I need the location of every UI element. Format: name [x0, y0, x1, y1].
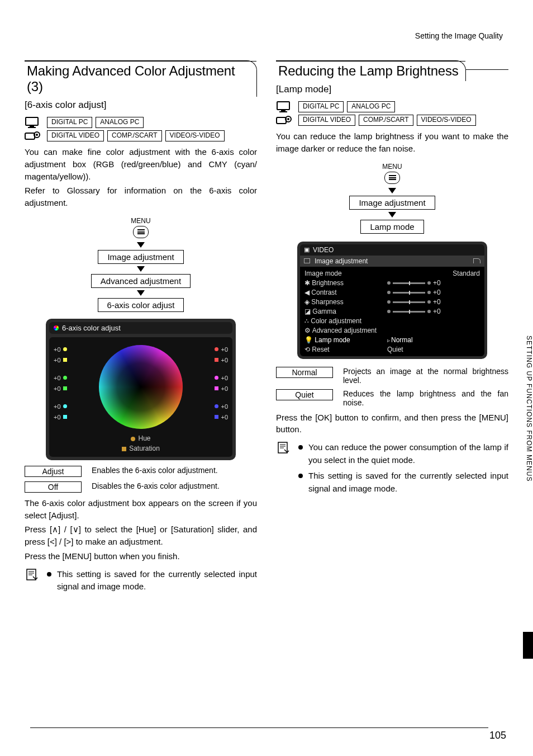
paragraph: You can make fine color adjustment with …	[25, 146, 257, 182]
note-item: This setting is saved for the currently …	[298, 470, 508, 495]
left-column: Making Advanced Color Adjustment (3) [6-…	[25, 60, 257, 597]
section-title: Making Advanced Color Adjustment (3)	[25, 60, 257, 97]
camcorder-icon	[25, 130, 41, 141]
section-subtitle: [Lamp mode]	[276, 84, 508, 95]
arrow-down-icon	[137, 266, 145, 272]
section-subtitle: [6-axis color adjust]	[25, 100, 257, 111]
footer-rule	[30, 727, 488, 728]
badge-analog-pc: ANALOG PC	[347, 101, 395, 112]
note-icon	[276, 441, 291, 457]
note-icon	[25, 568, 39, 584]
svg-rect-10	[277, 102, 289, 110]
color-adjust-screenshot: 6-axis color adjust +0 +0 +0 +0 +0 +0 +0	[46, 319, 236, 460]
return-icon	[473, 258, 480, 263]
badge-digital-pc: DIGITAL PC	[298, 101, 344, 112]
menu-step: Image adjustment	[98, 250, 183, 264]
option-desc: Disables the 6-axis color adjustment.	[92, 481, 257, 490]
badge-video-svideo: VIDEO/S-VIDEO	[417, 115, 476, 126]
badge-digital-video: DIGITAL VIDEO	[298, 115, 355, 126]
badge-digital-pc: DIGITAL PC	[47, 117, 92, 128]
badge-analog-pc: ANALOG PC	[96, 117, 144, 128]
option-desc: Projects an image at the normal brightne…	[343, 367, 508, 385]
arrow-down-icon	[388, 188, 396, 193]
arrow-down-icon	[137, 290, 145, 296]
side-tab-label: SETTING UP FUNCTIONS FROM MENUS	[525, 336, 533, 481]
paragraph: You can reduce the lamp brightness if yo…	[276, 130, 508, 155]
osd-menu-screenshot: ▣VIDEO Image adjustment Image modeStanda…	[297, 242, 487, 359]
right-column: Reducing the Lamp Brightness [Lamp mode]…	[276, 60, 508, 597]
menu-label: MENU	[131, 217, 150, 225]
camera-icon: ▣	[304, 246, 310, 253]
option-desc: Reduces the lamp brightness and the fan …	[343, 389, 508, 407]
menu-path: MENU Image adjustment Lamp mode	[276, 163, 508, 234]
svg-point-5	[36, 134, 38, 136]
svg-rect-3	[25, 133, 35, 139]
option-adjust: Adjust	[25, 466, 82, 477]
paragraph: The 6-axis color adjustment box appears …	[25, 497, 257, 522]
menu-step: Lamp mode	[360, 220, 423, 234]
option-desc: Enables the 6-axis color adjustment.	[92, 466, 257, 475]
monitor-icon	[276, 101, 293, 113]
note-item: You can reduce the power consumption of …	[298, 441, 508, 466]
monitor-icon	[25, 116, 41, 129]
option-normal: Normal	[276, 367, 333, 378]
svg-rect-2	[28, 127, 36, 128]
paragraph: Press the [OK] button to confirm, and th…	[276, 412, 508, 436]
badge-video-svideo: VIDEO/S-VIDEO	[165, 130, 225, 141]
svg-rect-11	[281, 110, 285, 111]
svg-rect-1	[30, 126, 34, 127]
svg-rect-13	[277, 117, 286, 124]
paragraph: Press [∧] / [∨] to select the [Hue] or […	[25, 523, 257, 548]
badge-comp-scart: COMP./SCART	[107, 130, 162, 141]
badge-comp-scart: COMP./SCART	[359, 115, 413, 126]
running-header: Setting the Image Quality	[25, 31, 508, 40]
menu-step: Image adjustment	[349, 196, 435, 210]
osd-sub: Image adjustment	[315, 257, 368, 265]
page-number: 105	[489, 730, 506, 741]
svg-rect-12	[279, 111, 287, 112]
osd-header: VIDEO	[313, 246, 334, 254]
menu-label: MENU	[382, 163, 402, 171]
side-tab-marker	[523, 632, 533, 659]
option-quiet: Quiet	[276, 389, 333, 400]
menu-step: Advanced adjustment	[91, 274, 191, 288]
arrow-down-icon	[137, 242, 145, 248]
svg-point-15	[287, 118, 289, 120]
badge-digital-video: DIGITAL VIDEO	[47, 130, 104, 141]
paragraph: Refer to Glossary for information on the…	[25, 185, 257, 209]
menu-step: 6-axis color adjust	[98, 298, 184, 312]
arrow-down-icon	[388, 212, 396, 218]
menu-path: MENU Image adjustment Advanced adjustmen…	[25, 217, 257, 312]
menu-button-icon	[133, 226, 149, 238]
option-off: Off	[25, 481, 82, 493]
camcorder-icon	[276, 115, 293, 126]
svg-rect-0	[26, 117, 38, 125]
legend-saturation: Saturation	[129, 445, 160, 452]
legend-hue: Hue	[138, 434, 150, 442]
paragraph: Press the [MENU] button when you finish.	[25, 550, 257, 563]
menu-button-icon	[384, 172, 400, 184]
note-item: This setting is saved for the currently …	[47, 568, 257, 593]
adjust-title: 6-axis color adjust	[62, 324, 121, 332]
section-title: Reducing the Lamp Brightness	[276, 60, 466, 81]
